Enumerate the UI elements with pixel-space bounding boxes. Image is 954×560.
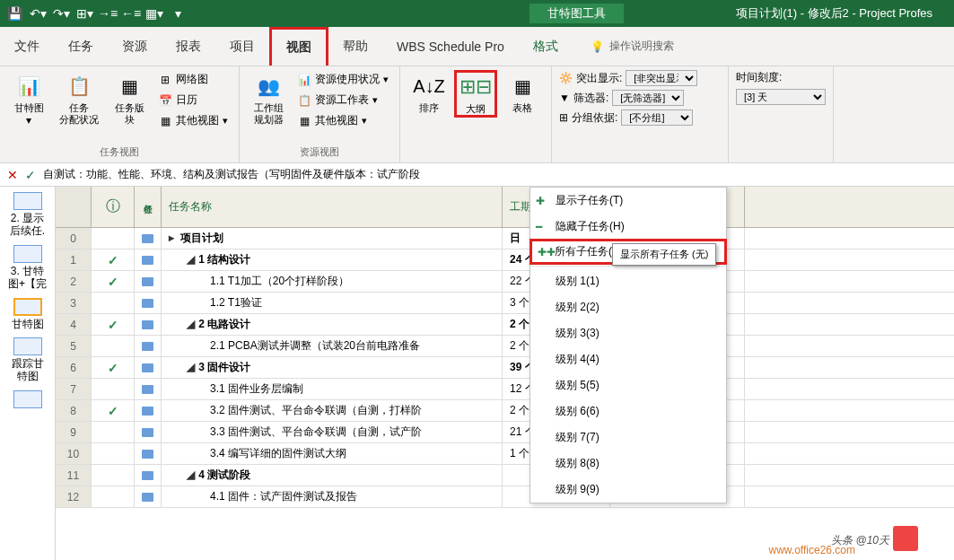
redo-icon[interactable]: ↷▾ <box>50 3 72 24</box>
grid-icon[interactable]: ▦▾ <box>144 3 165 24</box>
task-row[interactable]: 7 3.1 固件业务层编制 12 个工作日 <box>56 379 954 400</box>
gantt-chart-button[interactable]: 📊 甘特图 ▾ <box>7 70 50 128</box>
side-tracking-gantt[interactable]: 跟踪甘 特图 <box>2 336 53 385</box>
undo-icon[interactable]: ↶▾ <box>27 3 48 24</box>
network-diagram-button[interactable]: ⊞网络图 <box>154 70 232 89</box>
row-task-name[interactable]: 4.1 固件：试产固件测试及报告 <box>162 486 503 507</box>
menu-level-6[interactable]: 级别 6(6) <box>530 398 726 424</box>
task-board-button[interactable]: ▦ 任务版 块 <box>108 70 151 127</box>
task-row[interactable]: 11 ◢ 4 测试阶段 2019/3/15 <box>56 465 954 486</box>
formula-cancel-icon[interactable]: ✕ <box>7 168 18 182</box>
col-task-mode[interactable]: 任务模 <box>135 187 162 227</box>
row-task-name[interactable]: ◢ 2 电路设计 <box>162 314 503 335</box>
quick-access-toolbar: 💾 ↶▾ ↷▾ ⊞▾ →≡ ←≡ ▦▾ ▾ <box>4 3 188 24</box>
sort-button[interactable]: A↓Z 排序 <box>407 70 451 116</box>
filter-select[interactable]: [无筛选器] <box>612 90 684 106</box>
task-row[interactable]: 10 3.4 编写详细的固件测试大纲 1 个工作日 2019/3/14 <box>56 443 954 465</box>
row-task-name[interactable]: ◢ 3 固件设计 <box>162 357 503 378</box>
tell-me-search[interactable]: 💡 操作说明搜索 <box>591 27 674 66</box>
tab-file[interactable]: 文件 <box>0 27 54 66</box>
menu-level-8[interactable]: 级别 8(8) <box>530 451 726 477</box>
link-icon[interactable]: ⊞▾ <box>74 3 95 24</box>
team-planner-button[interactable]: 👥 工作组 规划器 <box>247 70 290 127</box>
row-task-name[interactable]: ▸ 项目计划 <box>162 228 503 249</box>
timescale-select[interactable]: [3] 天 <box>736 89 826 105</box>
row-task-name[interactable]: ◢ 1 结构设计 <box>162 249 503 270</box>
menu-level-7[interactable]: 级别 7(7) <box>530 424 726 451</box>
row-number[interactable]: 5 <box>56 336 92 356</box>
outline-button[interactable]: ⊞⊟ 大纲 <box>454 70 497 118</box>
formula-accept-icon[interactable]: ✓ <box>25 168 36 182</box>
menu-show-subtasks[interactable]: ✚显示子任务(T) <box>530 188 726 214</box>
task-usage-button[interactable]: 📋 任务 分配状况 <box>54 70 104 127</box>
row-task-name[interactable]: 1.2 T1验证 <box>162 293 503 313</box>
tab-project[interactable]: 项目 <box>215 27 269 66</box>
row-task-name[interactable]: 2.1 PCBA测试并调整（试装20台前电路准备 <box>162 336 503 356</box>
menu-level-1[interactable]: 级别 1(1) <box>530 268 726 294</box>
menu-level-9[interactable]: 级别 9(9) <box>530 477 726 503</box>
other-views-button[interactable]: ▦其他视图▾ <box>154 111 232 130</box>
indent-icon[interactable]: →≡ <box>97 3 118 24</box>
task-row[interactable]: 1 ✓ ◢ 1 结构设计 24 个工作日 2018/12/21 <box>56 249 954 271</box>
formula-input[interactable] <box>43 169 947 181</box>
row-number[interactable]: 2 <box>56 271 92 292</box>
row-task-name[interactable]: 3.2 固件测试、平台命令联调（自测，打样阶 <box>162 400 503 421</box>
menu-level-4[interactable]: 级别 4(4) <box>530 346 726 372</box>
tab-resource[interactable]: 资源 <box>108 27 162 66</box>
row-number[interactable]: 8 <box>56 400 92 421</box>
tab-format[interactable]: 格式 <box>519 27 573 66</box>
row-number[interactable]: 6 <box>56 357 92 378</box>
row-number[interactable]: 12 <box>56 486 92 507</box>
tables-button[interactable]: ▦ 表格 <box>501 70 544 116</box>
menu-level-2[interactable]: 级别 2(2) <box>530 294 726 320</box>
task-row[interactable]: 3 1.2 T1验证 3 个工作日 2019/1/22 <box>56 293 954 314</box>
col-row-number[interactable] <box>56 187 92 227</box>
task-row[interactable]: 0 ▸ 项目计划 日 2018/12/21 <box>56 228 954 249</box>
row-number[interactable]: 3 <box>56 293 92 313</box>
side-more[interactable] <box>2 389 53 412</box>
menu-level-3[interactable]: 级别 3(3) <box>530 320 726 346</box>
task-row[interactable]: 6 ✓ ◢ 3 固件设计 39 个工作日 2019/1/10 <box>56 357 954 379</box>
row-task-name[interactable]: 3.3 固件测试、平台命令联调（自测，试产阶 <box>162 422 503 442</box>
row-number[interactable]: 11 <box>56 465 92 486</box>
tab-wbs[interactable]: WBS Schedule Pro <box>382 27 519 66</box>
filter-icon: ▼ <box>559 92 570 104</box>
group-select[interactable]: [不分组] <box>621 109 693 126</box>
task-board-icon: ▦ <box>115 72 144 101</box>
col-information[interactable]: ⓘ <box>92 187 135 227</box>
row-number[interactable]: 9 <box>56 422 92 442</box>
save-icon[interactable]: 💾 <box>4 3 25 24</box>
task-row[interactable]: 12 4.1 固件：试产固件测试及报告 <box>56 486 954 508</box>
row-number[interactable]: 4 <box>56 314 92 335</box>
task-row[interactable]: 2 ✓ 1.1 T1加工（20个打样阶段） 22 个工作日 2018/12/21 <box>56 271 954 293</box>
resource-sheet-button[interactable]: 📋资源工作表▾ <box>293 91 392 109</box>
col-task-name[interactable]: 任务名称 <box>162 187 503 227</box>
outdent-icon[interactable]: ←≡ <box>120 3 142 24</box>
calendar-button[interactable]: 📅日历 <box>154 91 232 109</box>
row-task-name[interactable]: 3.4 编写详细的固件测试大纲 <box>162 443 503 464</box>
row-number[interactable]: 0 <box>56 228 92 249</box>
row-task-name[interactable]: 3.1 固件业务层编制 <box>162 379 503 399</box>
resource-usage-button[interactable]: 📊资源使用状况▾ <box>293 70 392 89</box>
row-task-name[interactable]: ◢ 4 测试阶段 <box>162 465 503 486</box>
side-gantt-complete[interactable]: 3. 甘特 图+【完 <box>2 243 53 293</box>
menu-hide-subtasks[interactable]: ━隐藏子任务(H) <box>530 214 726 240</box>
row-number[interactable]: 1 <box>56 249 92 270</box>
task-row[interactable]: 5 2.1 PCBA测试并调整（试装20台前电路准备 2 个工作日 2019/1… <box>56 336 954 357</box>
highlight-select[interactable]: [非突出显示] <box>626 70 697 86</box>
row-number[interactable]: 7 <box>56 379 92 399</box>
tab-task[interactable]: 任务 <box>54 27 108 66</box>
side-show-successors[interactable]: 2. 显示 后续任. <box>2 190 53 240</box>
tab-report[interactable]: 报表 <box>162 27 215 66</box>
menu-level-5[interactable]: 级别 5(5) <box>530 372 726 398</box>
qat-dropdown-icon[interactable]: ▾ <box>167 3 188 24</box>
task-row[interactable]: 8 ✓ 3.2 固件测试、平台命令联调（自测，打样阶 2 个工作日 2019/1… <box>56 400 954 422</box>
other-views2-button[interactable]: ▦其他视图▾ <box>293 111 392 130</box>
task-row[interactable]: 4 ✓ ◢ 2 电路设计 2 个工作日 2019/1/15 <box>56 314 954 336</box>
tab-view[interactable]: 视图 <box>269 27 328 66</box>
side-gantt[interactable]: 甘特图 <box>2 296 53 332</box>
row-number[interactable]: 10 <box>56 443 92 464</box>
row-task-name[interactable]: 1.1 T1加工（20个打样阶段） <box>162 271 503 292</box>
task-row[interactable]: 9 3.3 固件测试、平台命令联调（自测，试产阶 21 个工作日 2019/2/… <box>56 422 954 443</box>
tab-help[interactable]: 帮助 <box>328 27 382 66</box>
